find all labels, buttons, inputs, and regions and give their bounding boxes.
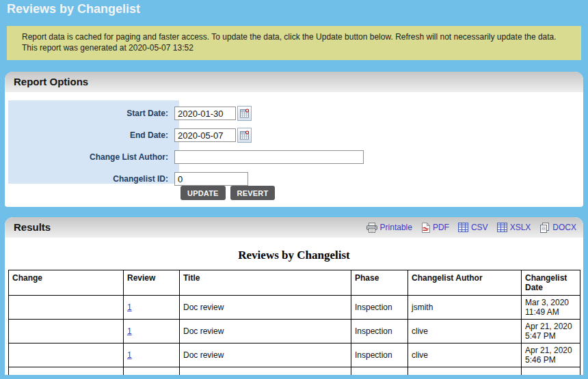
form-buttons-row: UPDATE REVERT: [181, 186, 275, 200]
results-table-body: 1 Doc review Inspection jsmith Mar 3, 20…: [9, 296, 580, 376]
report-options-title: Report Options: [14, 76, 88, 87]
author-row: Change List Author:: [8, 149, 364, 165]
changelist-id-label: Changelist ID:: [8, 174, 174, 184]
pdf-link[interactable]: PDF: [421, 217, 449, 238]
cell-phase: Inspection: [351, 296, 408, 320]
table-grid-icon: [497, 223, 507, 232]
revert-button[interactable]: REVERT: [230, 186, 276, 200]
report-options-header: Report Options: [5, 72, 583, 92]
cell-changelist-author: clive: [408, 320, 522, 343]
start-date-label: Start Date:: [8, 109, 174, 118]
results-table: Change Review Title Phase Changelist Aut…: [8, 270, 580, 375]
review-link[interactable]: 1: [127, 303, 132, 312]
docx-link[interactable]: DOCX: [539, 217, 576, 238]
table-row: [9, 367, 580, 376]
page-title: Reviews by Changelist: [7, 2, 140, 16]
cell-changelist-date: Mar 3, 2020 11:49 AM: [522, 296, 580, 320]
changelist-id-row: Changelist ID:: [8, 171, 248, 187]
cell-change: [9, 367, 124, 376]
table-row: 1 Doc review Inspection clive Apr 21, 20…: [9, 320, 580, 343]
changelist-id-input[interactable]: [174, 172, 248, 186]
cell-phase: Inspection: [351, 343, 408, 367]
cell-change: [9, 320, 124, 343]
update-button[interactable]: UPDATE: [181, 186, 226, 200]
cell-title: Doc review: [180, 296, 351, 320]
cell-review: [124, 367, 180, 376]
table-header-row: Change Review Title Phase Changelist Aut…: [9, 270, 580, 296]
cell-review: 1: [124, 296, 180, 320]
results-panel: Results Printable PDF: [5, 217, 583, 375]
start-date-row: Start Date:: [8, 105, 252, 122]
cell-review: 1: [124, 343, 180, 367]
cell-phase: [351, 367, 408, 376]
cell-title: [180, 367, 351, 376]
col-header-title: Title: [180, 270, 351, 296]
cell-change: [9, 343, 124, 367]
xslx-link[interactable]: XSLX: [497, 217, 531, 238]
col-header-review: Review: [124, 270, 180, 296]
printable-link[interactable]: Printable: [366, 217, 412, 238]
notice-line-2: This report was generated at 2020-05-07 …: [22, 42, 574, 53]
end-date-calendar-button[interactable]: [237, 128, 252, 143]
table-row: 1 Doc review Inspection clive Apr 21, 20…: [9, 343, 580, 367]
pdf-icon: [421, 223, 430, 233]
calendar-icon: [240, 130, 250, 140]
results-title: Results: [14, 221, 51, 233]
copy-pages-icon: [539, 223, 550, 233]
col-header-phase: Phase: [351, 270, 408, 296]
notice-banner: Report data is cached for paging and fas…: [7, 26, 581, 60]
start-date-input[interactable]: [174, 107, 236, 120]
col-header-changelist-author: Changelist Author: [408, 270, 522, 296]
results-header: Results Printable PDF: [5, 217, 583, 238]
calendar-icon: [240, 109, 250, 118]
cell-changelist-date: [522, 367, 580, 376]
end-date-input[interactable]: [174, 128, 236, 142]
start-date-calendar-button[interactable]: [237, 106, 252, 121]
cell-title: Doc review: [180, 343, 351, 367]
report-table-title: Reviews by Changelist: [5, 249, 583, 262]
end-date-row: End Date:: [8, 127, 252, 143]
pdf-link-label: PDF: [433, 217, 449, 238]
cell-changelist-date: Apr 21, 2020 5:46 PM: [522, 343, 580, 367]
cell-review: 1: [124, 320, 180, 343]
cell-changelist-author: jsmith: [408, 296, 522, 320]
printer-icon: [366, 223, 377, 233]
csv-link[interactable]: CSV: [458, 217, 488, 238]
review-link[interactable]: 1: [127, 350, 132, 360]
notice-line-1: Report data is cached for paging and fas…: [22, 31, 574, 42]
review-link[interactable]: 1: [127, 326, 132, 336]
cell-changelist-author: [408, 367, 522, 376]
docx-link-label: DOCX: [552, 217, 576, 238]
cell-change: [9, 296, 124, 320]
cell-title: Doc review: [180, 320, 351, 343]
csv-link-label: CSV: [471, 217, 488, 238]
author-input[interactable]: [174, 150, 364, 164]
export-links-bar: Printable PDF CSV: [366, 217, 576, 238]
table-row: 1 Doc review Inspection jsmith Mar 3, 20…: [9, 296, 580, 320]
col-header-change: Change: [9, 270, 124, 296]
cell-phase: Inspection: [351, 320, 408, 343]
printable-link-label: Printable: [380, 217, 412, 238]
report-options-panel: Report Options Start Date: End Date:: [5, 72, 583, 207]
xslx-link-label: XSLX: [510, 217, 531, 238]
end-date-label: End Date:: [8, 130, 174, 140]
col-header-changelist-date: Changelist Date: [522, 270, 580, 296]
author-label: Change List Author:: [8, 152, 174, 162]
cell-changelist-author: clive: [408, 343, 522, 367]
cell-changelist-date: Apr 21, 2020 5:47 PM: [522, 320, 580, 343]
table-grid-icon: [458, 223, 468, 232]
